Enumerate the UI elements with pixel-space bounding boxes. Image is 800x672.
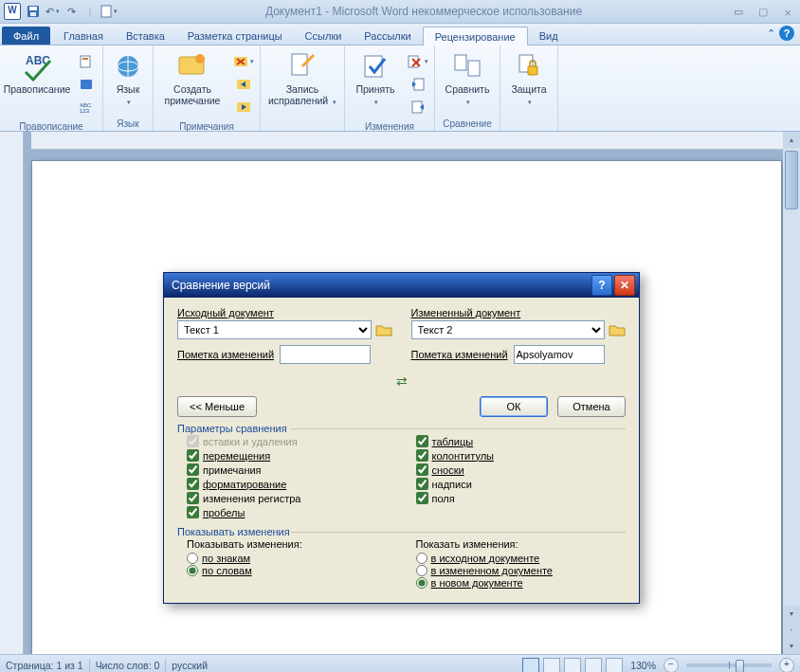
print-preview-icon[interactable]: ▾: [100, 3, 118, 20]
zoom-in-icon[interactable]: +: [779, 658, 794, 672]
minimize-icon[interactable]: ▭: [730, 6, 747, 18]
show-in-label: Показывать изменения:: [187, 538, 397, 550]
svg-rect-3: [101, 6, 111, 17]
svg-rect-6: [82, 58, 88, 60]
vertical-ruler[interactable]: [0, 132, 24, 654]
status-words[interactable]: Число слов: 0: [96, 660, 160, 671]
word-count-icon[interactable]: ABC123: [76, 97, 97, 118]
zoom-level[interactable]: 130%: [630, 660, 656, 671]
original-doc-combo[interactable]: Текст 1: [177, 320, 372, 339]
group-compare: Сравнить▾ Сравнение: [435, 45, 500, 131]
undo-icon[interactable]: ↶▾: [44, 3, 61, 20]
tab-layout[interactable]: Разметка страницы: [176, 27, 294, 45]
chk-fields[interactable]: поля: [416, 492, 627, 504]
next-change-icon[interactable]: [408, 97, 428, 118]
group-tracking: Запись исправлений ▾: [261, 45, 345, 131]
spelling-icon: ABC: [22, 51, 52, 82]
reject-icon[interactable]: ▾: [408, 51, 428, 72]
revised-doc-combo[interactable]: Текст 2: [411, 320, 606, 339]
chk-headers[interactable]: колонтитулы: [416, 449, 627, 462]
close-icon[interactable]: ⨉: [779, 6, 796, 18]
swap-documents-icon[interactable]: ⇄: [177, 373, 626, 389]
chk-comments[interactable]: примечания: [187, 463, 397, 476]
redo-icon[interactable]: ↷: [63, 3, 80, 20]
status-page[interactable]: Страница: 1 из 1: [6, 660, 83, 671]
tab-file[interactable]: Файл: [2, 27, 50, 45]
protect-button[interactable]: Защита▾: [504, 49, 554, 110]
marks-original-input[interactable]: [280, 345, 371, 364]
browse-prev-icon[interactable]: ◦: [783, 622, 800, 638]
thesaurus-icon[interactable]: [76, 74, 97, 95]
browse-original-icon[interactable]: [375, 322, 392, 337]
track-changes-button[interactable]: Запись исправлений ▾: [264, 49, 340, 110]
ribbon: ABC Правописание ABC123 Правописание Язы…: [0, 45, 800, 132]
vertical-scrollbar[interactable]: ▴ ▾ ◦ ▾: [783, 132, 800, 654]
scroll-up-icon[interactable]: ▴: [783, 132, 800, 148]
scroll-down-icon[interactable]: ▾: [783, 606, 800, 622]
chk-whitespace[interactable]: пробелы: [187, 506, 397, 518]
browse-revised-icon[interactable]: [609, 322, 626, 337]
chk-tables[interactable]: таблицы: [416, 435, 627, 447]
chk-moves[interactable]: перемещения: [187, 449, 397, 462]
view-print-layout-icon[interactable]: [522, 658, 539, 672]
group-protect: Защита▾: [500, 45, 558, 131]
prev-change-icon[interactable]: [408, 74, 428, 95]
revised-doc-label: Измененный документ: [411, 307, 627, 318]
tab-home[interactable]: Главная: [52, 27, 115, 45]
view-outline-icon[interactable]: [585, 658, 602, 672]
language-button[interactable]: Язык▾: [107, 49, 149, 110]
compare-button[interactable]: Сравнить▾: [439, 49, 496, 110]
svg-rect-1: [29, 7, 37, 10]
tab-mailings[interactable]: Рассылки: [353, 27, 422, 45]
compare-dialog: Сравнение версий ? ✕ Исходный документ Т…: [163, 272, 640, 604]
app-icon: W: [4, 3, 21, 20]
delete-comment-icon[interactable]: ▾: [233, 51, 254, 72]
dialog-help-icon[interactable]: ?: [591, 275, 612, 296]
status-language[interactable]: русский: [172, 660, 208, 671]
dialog-title: Сравнение версий: [172, 279, 590, 292]
marks-revised-label: Пометка изменений: [411, 349, 508, 360]
view-reading-icon[interactable]: [543, 658, 560, 672]
radio-revised[interactable]: в измененном документе: [416, 565, 627, 576]
scrollbar-thumb[interactable]: [785, 151, 798, 209]
help-icon[interactable]: ?: [779, 26, 794, 41]
chk-footnotes[interactable]: сноски: [416, 463, 627, 476]
tab-view[interactable]: Вид: [528, 27, 570, 45]
zoom-out-icon[interactable]: −: [664, 658, 679, 672]
new-comment-button[interactable]: Создать примечание: [157, 49, 227, 108]
track-changes-icon: [287, 51, 318, 82]
marks-revised-input[interactable]: [514, 345, 605, 364]
research-icon[interactable]: [76, 51, 97, 72]
radio-char[interactable]: по знакам: [187, 553, 397, 564]
svg-text:123: 123: [80, 108, 90, 114]
browse-next-icon[interactable]: ▾: [783, 638, 800, 654]
tab-references[interactable]: Ссылки: [294, 27, 354, 45]
zoom-slider[interactable]: [686, 663, 772, 667]
radio-original[interactable]: в исходном документе: [416, 553, 627, 564]
accept-button[interactable]: Принять▾: [349, 49, 402, 110]
svg-rect-30: [528, 66, 537, 75]
cancel-button[interactable]: Отмена: [557, 396, 626, 417]
dialog-close-icon[interactable]: ✕: [614, 275, 635, 296]
horizontal-ruler[interactable]: [31, 132, 800, 150]
less-button[interactable]: << Меньше: [177, 396, 257, 417]
ok-button[interactable]: ОК: [480, 396, 548, 417]
dialog-titlebar[interactable]: Сравнение версий ? ✕: [164, 273, 639, 298]
chk-formatting[interactable]: форматирование: [187, 478, 397, 490]
prev-comment-icon[interactable]: [233, 74, 254, 95]
tab-review[interactable]: Рецензирование: [423, 27, 528, 45]
next-comment-icon[interactable]: [233, 97, 254, 118]
tab-insert[interactable]: Вставка: [115, 27, 176, 45]
radio-new[interactable]: в новом документе: [416, 577, 627, 589]
view-web-icon[interactable]: [564, 658, 581, 672]
spelling-button[interactable]: ABC Правописание: [4, 49, 70, 97]
chk-insertions: вставки и удаления: [187, 435, 397, 447]
original-doc-label: Исходный документ: [177, 307, 392, 318]
minimize-ribbon-icon[interactable]: ⌃: [767, 27, 775, 40]
view-draft-icon[interactable]: [606, 658, 623, 672]
maximize-icon[interactable]: ▢: [755, 6, 772, 18]
chk-case[interactable]: изменения регистра: [187, 492, 397, 504]
radio-word[interactable]: по словам: [187, 565, 397, 576]
save-icon[interactable]: [25, 3, 42, 20]
chk-textboxes[interactable]: надписи: [416, 478, 627, 490]
